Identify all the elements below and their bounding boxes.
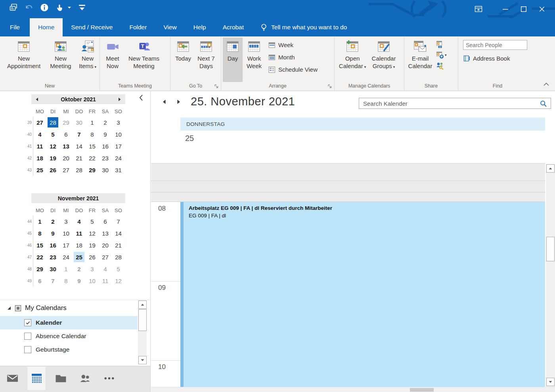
address-book-button[interactable]: Address Book (463, 50, 527, 65)
checkbox-unchecked[interactable] (24, 346, 31, 353)
mini-calendar-day[interactable]: 3 (59, 215, 73, 227)
mini-calendar-day[interactable]: 2 (99, 116, 112, 128)
today-button[interactable]: Today (172, 38, 194, 82)
mini-calendar-day[interactable]: 9 (99, 128, 112, 140)
collapsed-hours-strip[interactable] (151, 163, 545, 202)
calendar-icon[interactable] (27, 367, 46, 390)
info-icon[interactable] (40, 3, 49, 12)
next-month-icon[interactable] (118, 97, 122, 102)
touch-mode-caret-icon[interactable] (67, 6, 71, 9)
mini-calendar-day[interactable]: 1 (59, 263, 73, 275)
tab-file[interactable]: File (0, 18, 30, 36)
scrollbar-thumb[interactable] (138, 309, 147, 331)
month-view-button[interactable]: Month (266, 51, 320, 63)
mini-calendar-day[interactable]: 26 (86, 251, 99, 263)
mini-calendar-day[interactable]: 29 (33, 263, 46, 275)
mini-calendar-day[interactable]: 12 (46, 140, 59, 152)
previous-month-icon[interactable] (35, 97, 39, 102)
collapse-group-icon[interactable] (7, 306, 11, 310)
mini-calendar-day[interactable]: 4 (33, 128, 46, 140)
scroll-up-icon[interactable] (546, 164, 555, 173)
mini-calendar-day[interactable]: 14 (73, 140, 86, 152)
mini-calendar-day[interactable]: 4 (73, 215, 86, 227)
work-week-view-button[interactable]: Work Week (243, 38, 266, 82)
mini-calendar-day[interactable]: 25 (33, 164, 46, 176)
mini-calendar-day[interactable]: 8 (59, 275, 73, 287)
new-items-button[interactable]: New Items▾ (75, 38, 100, 82)
mini-calendar-day[interactable]: 5 (86, 215, 99, 227)
all-day-area[interactable]: 25 (151, 131, 545, 163)
mini-calendar-day[interactable]: 5 (46, 128, 59, 140)
mini-calendar-day[interactable]: 28 (112, 251, 125, 263)
mini-calendar-day[interactable]: 9 (73, 275, 86, 287)
meet-now-button[interactable]: Meet Now (101, 38, 124, 82)
calendar-item-absence[interactable]: Absence Calendar (0, 329, 138, 343)
scroll-down-icon[interactable] (138, 356, 147, 364)
mini-calendar-day[interactable]: 6 (33, 275, 46, 287)
mini-calendar-day[interactable]: 30 (99, 164, 112, 176)
mini-calendar-day[interactable]: 10 (86, 275, 99, 287)
mini-calendar-day[interactable]: 28 (48, 117, 58, 127)
more-icon[interactable] (100, 367, 118, 390)
mini-calendar-day[interactable]: 13 (99, 227, 112, 239)
mini-calendar-day[interactable]: 30 (73, 116, 86, 128)
mail-icon[interactable] (3, 367, 21, 390)
mini-calendar-day[interactable]: 16 (99, 140, 112, 152)
share-calendar-icon[interactable] (436, 40, 445, 48)
mini-calendar-day[interactable]: 26 (46, 164, 59, 176)
scroll-down-icon[interactable] (546, 378, 555, 386)
mini-calendar-day[interactable]: 27 (99, 251, 112, 263)
mini-calendar-day[interactable]: 24 (112, 152, 125, 164)
mini-calendar-day[interactable]: 7 (46, 275, 59, 287)
mini-calendar-day[interactable]: 2 (73, 263, 86, 275)
mini-calendar-day[interactable]: 21 (73, 152, 86, 164)
mini-calendar-day[interactable]: 14 (112, 227, 125, 239)
mini-calendar-day[interactable]: 6 (59, 128, 73, 140)
day-column-header[interactable]: DONNERSTAG (180, 118, 545, 131)
mini-calendar-day[interactable]: 11 (33, 140, 46, 152)
calendar-item-kalender[interactable]: Kalender (0, 316, 138, 329)
open-calendar-button[interactable]: Open Calendar▾ (336, 38, 369, 82)
ribbon-display-options-icon[interactable] (469, 0, 488, 18)
mini-calendar-day[interactable]: 24 (59, 251, 73, 263)
horizontal-scrollbar[interactable] (151, 387, 555, 392)
mini-calendar-day[interactable]: 23 (46, 251, 59, 263)
mini-calendar-day[interactable]: 15 (33, 239, 46, 251)
calendar-item-geburtstage[interactable]: Geburtstage (0, 343, 138, 356)
previous-day-icon[interactable] (162, 99, 166, 105)
tab-send-receive[interactable]: Send / Receive (63, 18, 121, 36)
dialog-launcher-icon[interactable] (214, 84, 219, 89)
mini-calendar-day[interactable]: 3 (86, 263, 99, 275)
tab-home[interactable]: Home (30, 18, 63, 36)
mini-calendar-day[interactable]: 6 (99, 215, 112, 227)
mini-calendar-day[interactable]: 30 (46, 263, 59, 275)
customize-quick-access-icon[interactable] (77, 3, 87, 12)
mini-calendar-day[interactable]: 1 (33, 215, 46, 227)
mini-calendar-day[interactable]: 7 (73, 128, 86, 140)
calendar-permissions-icon[interactable] (436, 62, 445, 70)
new-appointment-button[interactable]: New Appointment (2, 38, 46, 82)
tab-acrobat[interactable]: Acrobat (214, 18, 252, 36)
mini-calendar-day[interactable]: 20 (59, 152, 73, 164)
tell-me-box[interactable]: Tell me what you want to do (260, 18, 347, 36)
search-icon[interactable] (540, 100, 547, 107)
app-window-icon[interactable] (9, 3, 18, 12)
maximize-icon[interactable] (515, 0, 533, 18)
checkbox-checked[interactable] (24, 319, 31, 326)
mini-calendar-day[interactable]: 29 (59, 116, 73, 128)
day-view-button[interactable]: Day (223, 38, 243, 82)
mini-calendar-day[interactable]: 28 (73, 164, 86, 176)
tab-view[interactable]: View (155, 18, 185, 36)
mini-calendar-day[interactable]: 25 (74, 252, 84, 262)
mini-calendar-day[interactable]: 13 (59, 140, 73, 152)
calendar-groups-button[interactable]: Calendar Groups▾ (369, 38, 399, 82)
checkbox-unchecked[interactable] (24, 333, 31, 340)
search-calendar-input[interactable] (359, 98, 551, 108)
mini-calendar-day[interactable]: 29 (86, 164, 99, 176)
mini-calendar-day[interactable]: 8 (33, 227, 46, 239)
mini-calendar-day[interactable]: 22 (86, 152, 99, 164)
mini-calendar-day[interactable]: 17 (59, 239, 73, 251)
people-icon[interactable] (76, 367, 94, 390)
mini-calendar-day[interactable]: 1 (86, 116, 99, 128)
dialog-launcher-icon[interactable] (327, 84, 332, 89)
